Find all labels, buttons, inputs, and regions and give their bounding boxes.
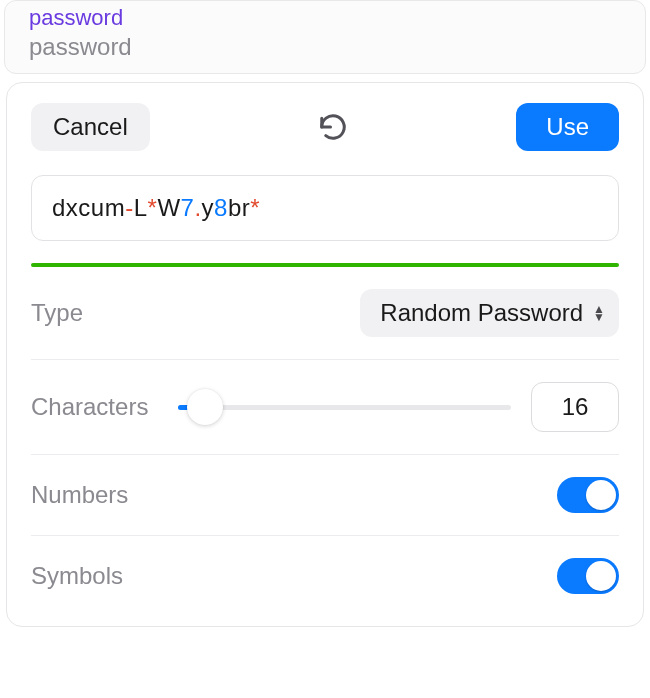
numbers-row: Numbers: [31, 455, 619, 536]
characters-slider[interactable]: [178, 390, 511, 424]
suggestion-field-sub: password: [29, 33, 621, 61]
symbols-label: Symbols: [31, 562, 123, 590]
generated-password-display[interactable]: dxcum-L*W7.y8br*: [31, 175, 619, 241]
symbols-row: Symbols: [31, 536, 619, 616]
numbers-toggle[interactable]: [557, 477, 619, 513]
type-row: Type Random Password ▲▼: [31, 267, 619, 360]
password-generator-panel: Cancel Use dxcum-L*W7.y8br* Type Random …: [6, 82, 644, 627]
chevron-updown-icon: ▲▼: [593, 305, 605, 321]
regenerate-icon[interactable]: [318, 112, 348, 142]
use-button[interactable]: Use: [516, 103, 619, 151]
symbols-toggle[interactable]: [557, 558, 619, 594]
type-value: Random Password: [380, 299, 583, 327]
numbers-label: Numbers: [31, 481, 128, 509]
autofill-suggestion[interactable]: password password: [4, 0, 646, 74]
cancel-button[interactable]: Cancel: [31, 103, 150, 151]
type-label: Type: [31, 299, 83, 327]
characters-input[interactable]: [531, 382, 619, 432]
toggle-knob: [586, 480, 616, 510]
slider-track: [178, 405, 511, 410]
characters-label: Characters: [31, 393, 148, 421]
suggestion-field-name: password: [29, 5, 621, 31]
toolbar: Cancel Use: [31, 103, 619, 151]
type-select[interactable]: Random Password ▲▼: [360, 289, 619, 337]
slider-thumb[interactable]: [187, 389, 223, 425]
toggle-knob: [586, 561, 616, 591]
characters-row: Characters: [31, 360, 619, 455]
